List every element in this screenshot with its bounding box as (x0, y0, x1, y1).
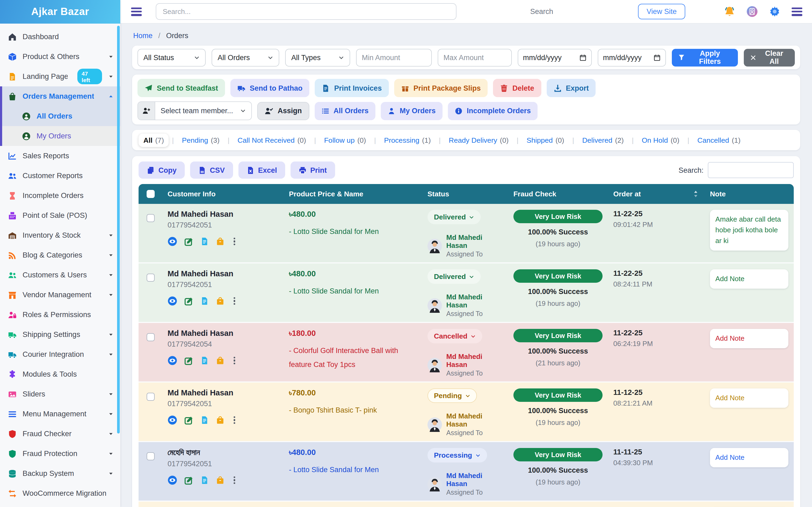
more-actions-icon[interactable] (232, 296, 237, 305)
tab-shipped[interactable]: Shipped(0) (522, 133, 569, 147)
sidebar-item-contact-messages[interactable]: Contact Messages (0, 503, 120, 507)
excel-export-button[interactable]: Excel (238, 162, 285, 179)
sidebar-item-customers-users[interactable]: Customers & Users (0, 265, 120, 285)
status-badge[interactable]: Cancelled (427, 329, 483, 343)
topbar-search-link[interactable]: Search (530, 7, 553, 15)
package-icon[interactable] (216, 356, 224, 365)
table-search-input[interactable] (708, 162, 794, 178)
max-amount-input[interactable] (438, 49, 512, 66)
sidebar-item-shipping-settings[interactable]: Shipping Settings (0, 325, 120, 344)
print-export-button[interactable]: Print (291, 162, 335, 179)
tab-on-hold[interactable]: On Hold(0) (637, 133, 684, 147)
sidebar-item-inventory-stock[interactable]: Inventory & Stock (0, 225, 120, 245)
select-all-checkbox[interactable] (146, 190, 154, 198)
edit-order-icon[interactable] (184, 356, 193, 365)
edit-order-icon[interactable] (184, 415, 193, 425)
view-order-icon[interactable] (167, 475, 177, 485)
tab-ready-delivery[interactable]: Ready Delivery(0) (444, 133, 513, 147)
edit-order-icon[interactable] (184, 296, 193, 305)
tab-processing[interactable]: Processing(1) (379, 133, 436, 147)
view-order-icon[interactable] (167, 296, 177, 306)
user-avatar[interactable] (747, 6, 758, 17)
tab-follow-up[interactable]: Follow up(0) (319, 133, 371, 147)
sidebar-item-point-of-sale-pos[interactable]: Point of Sale (POS) (0, 206, 120, 225)
tab-call-not-received[interactable]: Call Not Received(0) (233, 133, 311, 147)
order-note[interactable]: Add Note (710, 388, 789, 408)
sidebar-item-fraud-checker[interactable]: Fraud Checker (0, 424, 120, 444)
invoice-icon[interactable] (200, 297, 209, 305)
print-invoices-button[interactable]: Print Invoices (315, 79, 389, 97)
csv-export-button[interactable]: CSV (190, 162, 233, 179)
status-badge[interactable]: Processing (427, 448, 487, 462)
orders-filter-select[interactable]: All Orders (212, 49, 279, 66)
notifications-bell-icon[interactable] (724, 6, 735, 17)
sidebar-item-menu-management[interactable]: Menu Management (0, 404, 120, 424)
min-amount-input[interactable] (356, 49, 432, 66)
row-checkbox[interactable] (146, 274, 154, 282)
tab-all[interactable]: All(7) (139, 133, 169, 147)
row-checkbox[interactable] (146, 452, 154, 460)
sidebar-item-landing-page[interactable]: Landing Page47 left (0, 66, 120, 87)
row-checkbox[interactable] (146, 333, 154, 341)
package-icon[interactable] (216, 297, 224, 305)
sort-icon[interactable] (692, 190, 699, 198)
tab-pending[interactable]: Pending(3) (177, 133, 224, 147)
more-actions-icon[interactable] (232, 415, 237, 425)
order-note[interactable]: Add Note (710, 329, 789, 348)
send-to-steadfast-button[interactable]: Send to Steadfast (138, 79, 225, 97)
package-icon[interactable] (216, 416, 224, 425)
sidebar-item-sliders[interactable]: Sliders (0, 384, 120, 404)
all-orders-chip[interactable]: All Orders (315, 102, 376, 120)
sidebar-item-product-others[interactable]: Product & Others (0, 47, 120, 66)
more-actions-icon[interactable] (232, 237, 237, 246)
order-note[interactable]: Add Note (710, 269, 789, 289)
send-to-pathao-button[interactable]: Send to Pathao (231, 79, 310, 97)
assign-button[interactable]: Assign (257, 102, 309, 120)
incomplete-orders-chip[interactable]: Incomplete Orders (448, 102, 538, 120)
status-badge[interactable]: Delivered (427, 269, 481, 284)
sidebar-item-sales-reports[interactable]: Sales Reports (0, 146, 120, 166)
right-menu-icon[interactable] (792, 7, 802, 16)
view-site-button[interactable]: View Site (638, 4, 685, 19)
invoice-icon[interactable] (200, 416, 209, 425)
sidebar-item-fraud-protection[interactable]: Fraud Protection (0, 444, 120, 463)
clear-all-button[interactable]: Clear All (744, 49, 795, 66)
row-checkbox[interactable] (146, 214, 154, 222)
sidebar-item-all-orders[interactable]: All Orders (2, 106, 120, 126)
sidebar-item-modules-tools[interactable]: Modules & Tools (0, 364, 120, 384)
print-package-slips-button[interactable]: Print Package Slips (394, 79, 488, 97)
sidebar-item-courier-integration[interactable]: Courier Integration (0, 344, 120, 364)
row-checkbox[interactable] (146, 393, 154, 401)
view-order-icon[interactable] (167, 415, 177, 425)
status-filter-select[interactable]: All Status (138, 49, 206, 66)
tab-cancelled[interactable]: Cancelled(1) (693, 133, 746, 147)
breadcrumb-home-link[interactable]: Home (133, 32, 153, 40)
sidebar-item-my-orders[interactable]: My Orders (2, 126, 120, 146)
view-order-icon[interactable] (167, 237, 177, 246)
status-badge[interactable]: Delivered (427, 210, 481, 224)
tab-delivered[interactable]: Delivered(2) (577, 133, 628, 147)
view-order-icon[interactable] (167, 356, 177, 365)
order-note[interactable]: Add Note (710, 448, 789, 467)
sidebar-item-orders-management[interactable]: Orders Management (2, 87, 120, 106)
menu-toggle-icon[interactable] (131, 7, 142, 16)
sidebar-item-dashboard[interactable]: Dashboard (0, 27, 120, 47)
sidebar-item-customer-reports[interactable]: Customer Reports (0, 166, 120, 186)
order-note[interactable]: Amake abar call deta hobe jodi kotha bol… (710, 210, 789, 251)
more-actions-icon[interactable] (232, 475, 237, 485)
types-filter-select[interactable]: All Types (286, 49, 350, 66)
date-from-input[interactable]: mm/dd/yyyy (517, 49, 592, 66)
status-badge[interactable]: Pending (427, 388, 477, 403)
global-search-input[interactable] (156, 3, 456, 20)
sidebar-item-woocommerce-migration[interactable]: WooCommerce Migration (0, 484, 120, 503)
export-button[interactable]: Export (547, 79, 596, 97)
team-member-select[interactable]: Select team member... (138, 101, 252, 120)
edit-order-icon[interactable] (184, 475, 193, 485)
copy-export-button[interactable]: Copy (139, 162, 185, 179)
delete-button[interactable]: Delete (493, 79, 541, 97)
edit-order-icon[interactable] (184, 237, 193, 246)
my-orders-chip[interactable]: My Orders (381, 102, 443, 120)
settings-gear-icon[interactable] (769, 6, 780, 17)
invoice-icon[interactable] (200, 356, 209, 365)
date-to-input[interactable]: mm/dd/yyyy (598, 49, 666, 66)
